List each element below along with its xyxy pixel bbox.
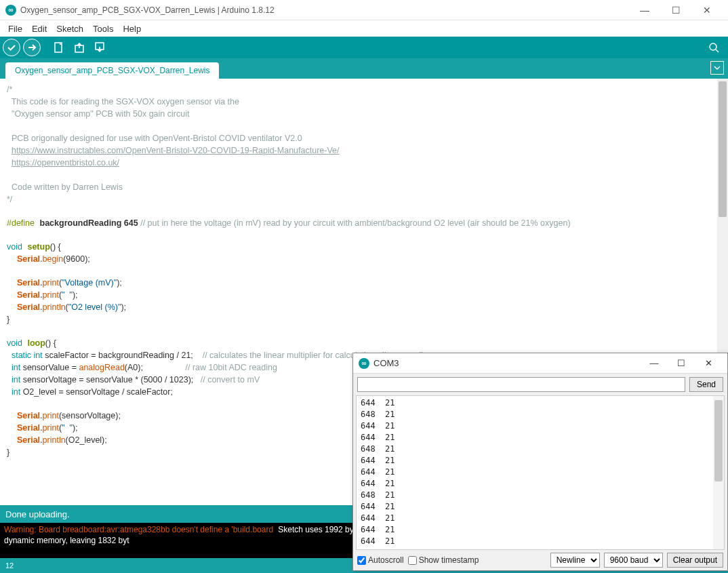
serial-close-button[interactable]: ✕ — [695, 354, 722, 373]
window-title: Oxygen_sensor_amp_PCB_SGX-VOX_Darren_Lew… — [20, 5, 629, 15]
new-button[interactable] — [50, 39, 68, 56]
clear-output-button[interactable]: Clear output — [667, 553, 723, 568]
serial-monitor-window: ∞ COM3 — ☐ ✕ Send 644 21 648 21 644 21 6… — [352, 353, 728, 571]
sketch-tab[interactable]: Oxygen_sensor_amp_PCB_SGX-VOX_Darren_Lew… — [5, 62, 219, 79]
arduino-logo-icon: ∞ — [359, 358, 369, 369]
menu-edit[interactable]: Edit — [28, 22, 51, 35]
svg-point-3 — [710, 43, 716, 50]
status-text: Done uploading. — [5, 509, 70, 519]
maximize-button[interactable]: ☐ — [660, 0, 691, 20]
arduino-logo-icon: ∞ — [5, 5, 16, 16]
baud-select[interactable]: 9600 baud — [604, 553, 663, 568]
serial-minimize-button[interactable]: — — [641, 354, 668, 373]
minimize-button[interactable]: — — [629, 0, 660, 20]
serial-input-row: Send — [353, 374, 727, 395]
line-number: 12 — [5, 561, 14, 570]
serial-output: 644 21 648 21 644 21 644 21 648 21 644 2… — [356, 395, 725, 550]
tab-bar: Oxygen_sensor_amp_PCB_SGX-VOX_Darren_Lew… — [0, 58, 728, 79]
menu-file[interactable]: File — [4, 22, 26, 35]
menu-tools[interactable]: Tools — [89, 22, 117, 35]
timestamp-input[interactable] — [408, 556, 417, 565]
save-button[interactable] — [91, 39, 108, 56]
toolbar — [0, 37, 728, 58]
serial-scrollbar[interactable] — [713, 396, 724, 549]
menu-help[interactable]: Help — [119, 22, 145, 35]
serial-title: COM3 — [373, 358, 641, 368]
title-bar: ∞ Oxygen_sensor_amp_PCB_SGX-VOX_Darren_L… — [0, 0, 728, 20]
serial-bottom-bar: Autoscroll Show timestamp Newline 9600 b… — [353, 550, 727, 570]
serial-monitor-button[interactable] — [705, 39, 723, 56]
serial-maximize-button[interactable]: ☐ — [668, 354, 695, 373]
menu-sketch[interactable]: Sketch — [52, 22, 87, 35]
serial-send-button[interactable]: Send — [689, 377, 723, 392]
line-ending-select[interactable]: Newline — [550, 553, 600, 568]
timestamp-checkbox[interactable]: Show timestamp — [408, 555, 479, 565]
open-button[interactable] — [70, 39, 88, 56]
serial-input[interactable] — [357, 377, 685, 392]
tab-menu-button[interactable] — [710, 61, 724, 75]
console-warning: Warning: Board breadboard:avr:atmega328b… — [4, 525, 273, 534]
menu-bar: File Edit Sketch Tools Help — [0, 20, 728, 37]
serial-title-bar: ∞ COM3 — ☐ ✕ — [353, 353, 727, 374]
autoscroll-input[interactable] — [357, 556, 366, 565]
verify-button[interactable] — [3, 39, 20, 56]
upload-button[interactable] — [23, 39, 41, 56]
serial-output-text: 644 21 648 21 644 21 644 21 648 21 644 2… — [357, 396, 713, 549]
close-button[interactable]: ✕ — [691, 0, 723, 20]
autoscroll-checkbox[interactable]: Autoscroll — [357, 555, 404, 565]
